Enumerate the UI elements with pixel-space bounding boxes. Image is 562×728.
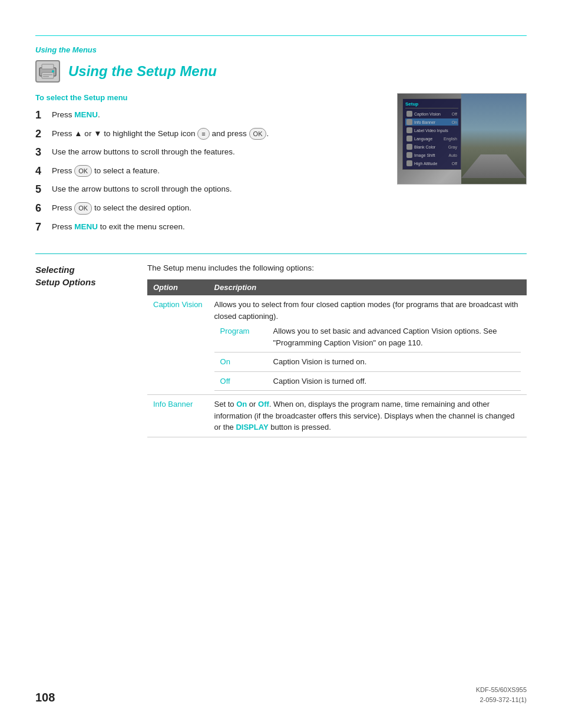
table-header-row: Option Description [147,279,527,295]
setup-btn-icon: ≡ [197,128,209,140]
top-divider [35,35,527,36]
sub-row-on: On Caption Vision is turned on. [214,353,521,372]
page-title: Using the Setup Menu [68,63,217,80]
desc-info-banner: Set to On or Off. When on, displays the … [209,395,527,437]
step-1: 1 Press MENU. [35,109,385,122]
tv-menu-row-1: Caption Vision Off [405,110,458,117]
svg-point-3 [52,70,54,73]
tv-row-value-7: Off [452,162,457,166]
tv-menu-row-7: High Altitude Off [405,160,458,167]
tv-menu-icon-4 [406,136,412,141]
tv-row-label-7: High Altitude [414,162,452,166]
tv-row-label-4: Language [414,137,444,141]
step-3: 3 Use the arrow buttons to scroll throug… [35,146,385,159]
col-header-description: Description [209,279,527,295]
svg-rect-2 [42,73,54,78]
tv-menu-icon-1 [406,111,412,117]
tv-row-value-1: Off [452,112,457,116]
step-text-5: Use the arrow buttons to scroll through … [52,183,232,195]
intro-text: The Setup menu includes the following op… [147,263,527,272]
step-6: 6 Press OK to select the desired option. [35,202,385,215]
tv-menu-icon-5 [406,144,412,150]
steps-area: To select the Setup menu 1 Press MENU. 2… [35,93,385,239]
svg-rect-1 [42,64,54,69]
step-text-1: Press MENU. [52,109,100,121]
col-header-option: Option [147,279,209,295]
tv-menu-rows: Caption Vision Off Info Banner On Label … [405,110,458,167]
subsection-title: To select the Setup menu [35,93,385,102]
section-divider [35,253,527,254]
tv-row-label-1: Caption Vision [414,112,452,116]
tv-menu-icon-6 [406,152,412,158]
tv-row-label-6: Image Shift [414,153,449,157]
tv-screenshot: Setup Caption Vision Off Info Banner On [397,93,527,185]
tv-menu-row-6: Image Shift Auto [405,151,458,159]
tv-menu-icon-2 [406,119,412,125]
ok-btn-icon-6: OK [74,202,92,215]
step-2: 2 Press ▲ or ▼ to highlight the Setup ic… [35,128,385,141]
menu-highlight-7: MENU [74,222,98,231]
display-highlight: DISPLAY [236,423,268,431]
model-line1: KDF-55/60XS955 [476,685,527,695]
sub-row-program: Program Allows you to set basic and adva… [214,322,521,353]
sub-option-off: Off [214,371,267,391]
tv-menu-title: Setup [405,101,458,108]
options-table: Option Description Caption Vision Allows… [147,279,527,437]
step-number-2: 2 [35,128,47,141]
tv-menu-row-3: Label Video Inputs [405,127,458,134]
step-text-7: Press MENU to exit the menu screen. [52,221,185,233]
tv-row-label-2: Info Banner [414,120,452,124]
step-7: 7 Press MENU to exit the menu screen. [35,221,385,234]
table-row-info-banner: Info Banner Set to On or Off. When on, d… [147,395,527,437]
desc-caption-vision: Allows you to select from four closed ca… [209,295,527,395]
sub-desc-off: Caption Vision is turned off. [267,371,521,391]
step-number-3: 3 [35,146,47,159]
step-text-6: Press OK to select the desired option. [52,202,191,215]
step-text-3: Use the arrow buttons to scroll through … [52,146,235,158]
tv-menu-icon-3 [406,127,412,133]
sub-option-on: On [214,353,267,372]
ok-btn-icon-2: OK [249,128,267,140]
section-label: Using the Menus [35,45,527,54]
table-row-caption-vision: Caption Vision Allows you to select from… [147,295,527,395]
step-text-2: Press ▲ or ▼ to highlight the Setup icon… [52,128,269,140]
title-row: Using the Setup Menu [35,60,527,83]
tv-menu-row-4: Language English [405,135,458,142]
svg-rect-4 [43,74,52,75]
off-highlight: Off [258,400,269,409]
tv-menu-icon-7 [406,160,412,166]
sub-desc-program: Allows you to set basic and advanced Cap… [267,322,521,353]
step-4: 4 Press OK to select a feature. [35,165,385,178]
tv-row-value-6: Auto [449,153,457,157]
nested-table-caption: Program Allows you to set basic and adva… [214,322,521,391]
step-5: 5 Use the arrow buttons to scroll throug… [35,183,385,196]
option-caption-vision: Caption Vision [147,295,209,395]
menu-highlight-1: MENU [74,110,98,119]
footer-model: KDF-55/60XS955 2-059-372-11(1) [476,685,527,704]
on-highlight: On [236,400,247,409]
left-col: Selecting Setup Options [35,263,130,437]
ok-btn-icon-4: OK [74,165,92,177]
tv-menu-row-2: Info Banner On [405,118,458,126]
svg-rect-5 [43,76,49,77]
content-area: To select the Setup menu 1 Press MENU. 2… [35,93,527,239]
sub-desc-on: Caption Vision is turned on. [267,353,521,372]
steps-list: 1 Press MENU. 2 Press ▲ or ▼ to highligh… [35,109,385,233]
sub-row-off: Off Caption Vision is turned off. [214,371,521,391]
step-number-5: 5 [35,183,47,196]
sub-option-program: Program [214,322,267,353]
option-info-banner: Info Banner [147,395,209,437]
step-number-1: 1 [35,109,47,122]
step-number-4: 4 [35,165,47,178]
tv-menu-row-5: Blank Color Gray [405,143,458,150]
setup-icon [35,60,60,83]
tv-menu-panel: Setup Caption Vision Off Info Banner On [402,98,461,170]
step-number-6: 6 [35,202,47,215]
page-container: Using the Menus Using the Setup Menu To … [0,0,562,461]
tv-row-label-5: Blank Color [414,145,448,149]
model-line2: 2-059-372-11(1) [476,695,527,705]
tv-row-value-5: Gray [448,145,457,149]
tv-row-value-4: English [444,137,457,141]
right-col: The Setup menu includes the following op… [147,263,527,437]
step-number-7: 7 [35,221,47,234]
